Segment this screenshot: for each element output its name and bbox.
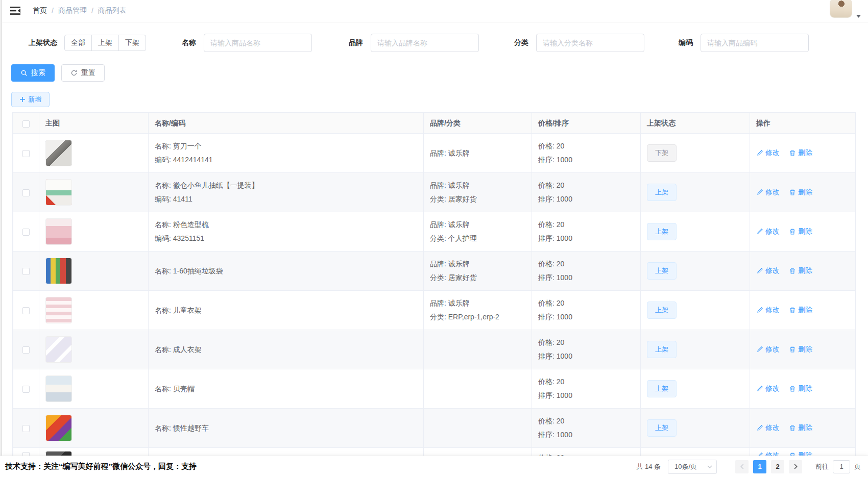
column-header-name-code: 名称/编码 [149, 113, 424, 134]
sort-line: 排序: 1000 [538, 310, 634, 324]
user-menu[interactable] [830, 0, 861, 20]
row-checkbox[interactable] [22, 386, 30, 393]
page-button-2[interactable]: 2 [771, 460, 784, 473]
table-row: 名称: 徽仓小鱼儿抽纸【一提装】 编码: 41411 品牌: 诚乐牌 分类: 居… [13, 173, 856, 212]
search-button[interactable]: 搜索 [11, 64, 55, 82]
category-filter-input[interactable] [536, 34, 644, 52]
page-footer: 技术支持：关注“编写美好前程”微信公众号，回复：支持 共 14 条 10条/页 … [0, 456, 868, 477]
delete-icon [789, 228, 796, 235]
status-badge[interactable]: 上架 [647, 302, 677, 319]
row-checkbox[interactable] [22, 307, 30, 314]
edit-icon [756, 228, 763, 235]
delete-link[interactable]: 删除 [789, 266, 812, 275]
product-brand: 诚乐牌 [448, 260, 470, 268]
delete-icon [789, 149, 796, 157]
status-filter-all[interactable]: 全部 [64, 35, 92, 51]
price-line: 价格: 20 [538, 179, 634, 192]
breadcrumb-product-management[interactable]: 商品管理 [58, 6, 87, 15]
row-checkbox[interactable] [22, 346, 30, 354]
edit-link[interactable]: 修改 [756, 384, 780, 393]
brand-filter-input[interactable] [371, 34, 479, 52]
product-name: 儿童衣架 [173, 306, 202, 314]
breadcrumb-home[interactable]: 首页 [33, 6, 47, 15]
status-badge[interactable]: 上架 [647, 380, 677, 397]
status-badge[interactable]: 上架 [647, 223, 677, 240]
page-size-select[interactable]: 10条/页 [668, 460, 717, 474]
avatar[interactable] [830, 0, 852, 18]
brand-line: 品牌: 诚乐牌 [430, 146, 525, 160]
product-name: 贝壳帽 [173, 385, 195, 393]
delete-link[interactable]: 删除 [789, 306, 812, 315]
prev-page-button[interactable] [735, 460, 749, 473]
status-filter-off[interactable]: 下架 [118, 35, 146, 51]
code-line: 编码: 43251151 [155, 232, 417, 245]
reset-button[interactable]: 重置 [61, 64, 105, 82]
caret-down-icon[interactable] [856, 11, 861, 20]
table-row: 名称: 剪刀一个 编码: 4412414141 品牌: 诚乐牌 分类: 价格: … [13, 134, 856, 173]
select-all-checkbox[interactable] [22, 120, 30, 128]
name-filter-label: 名称 [182, 38, 196, 47]
edit-link[interactable]: 修改 [756, 227, 780, 236]
row-checkbox[interactable] [22, 150, 30, 157]
status-filter-on[interactable]: 上架 [91, 35, 119, 51]
status-badge[interactable]: 上架 [647, 341, 677, 358]
name-filter-input[interactable] [204, 34, 312, 52]
status-badge[interactable]: 上架 [647, 184, 677, 201]
edit-link[interactable]: 修改 [756, 148, 780, 158]
product-list-page: 首页 / 商品管理 / 商品列表 上架状态 全部 上架 下架 名称 品牌 分类 … [0, 0, 868, 477]
product-name: 1-60抽绳垃圾袋 [173, 267, 223, 275]
delete-link[interactable]: 删除 [789, 345, 812, 354]
column-header-brand-category: 品牌/分类 [424, 113, 532, 134]
brand-filter-label: 品牌 [349, 38, 363, 47]
edit-link[interactable]: 修改 [756, 423, 780, 433]
name-line: 名称: 惯性越野车 [155, 421, 417, 435]
delete-link[interactable]: 删除 [789, 188, 812, 197]
product-price: 20 [557, 220, 565, 229]
goto-label: 前往 [815, 462, 829, 471]
row-checkbox[interactable] [22, 425, 30, 432]
product-thumbnail [45, 258, 72, 284]
column-header-status: 上架状态 [641, 113, 750, 134]
code-filter-label: 编码 [679, 38, 693, 47]
sort-line: 排序: 1000 [538, 389, 634, 403]
goto-page-input[interactable] [833, 460, 850, 473]
edit-link[interactable]: 修改 [756, 266, 780, 275]
page-button-1[interactable]: 1 [753, 460, 766, 473]
row-checkbox[interactable] [22, 189, 30, 196]
product-brand: 诚乐牌 [448, 149, 470, 157]
edit-link[interactable]: 修改 [756, 306, 780, 315]
price-line: 价格: 20 [538, 336, 634, 349]
breadcrumb-separator: / [91, 7, 93, 15]
delete-link[interactable]: 删除 [789, 423, 812, 433]
breadcrumb: 首页 / 商品管理 / 商品列表 [33, 6, 127, 15]
edit-link[interactable]: 修改 [756, 345, 780, 354]
chevron-down-icon [707, 465, 712, 468]
edit-icon [756, 346, 763, 353]
product-sort: 1000 [557, 431, 572, 439]
product-category: 居家好货 [448, 195, 477, 203]
table-row: 名称: 贝壳帽 编码: 品牌: 分类: 价格: 20 排序 [13, 369, 856, 409]
row-checkbox[interactable] [22, 268, 30, 275]
status-badge[interactable]: 上架 [647, 262, 677, 280]
delete-link[interactable]: 删除 [789, 148, 812, 158]
status-badge[interactable]: 上架 [647, 419, 677, 437]
chevron-left-icon [740, 464, 744, 469]
status-filter-label: 上架状态 [29, 38, 57, 47]
plus-icon [19, 96, 26, 103]
edit-icon [756, 424, 763, 432]
breadcrumb-separator: / [52, 7, 54, 15]
next-page-button[interactable] [789, 460, 802, 473]
delete-link[interactable]: 删除 [789, 227, 812, 236]
column-header-actions: 操作 [750, 113, 856, 134]
status-badge[interactable]: 下架 [647, 144, 677, 162]
add-button[interactable]: 新增 [11, 92, 50, 107]
name-line: 名称: 徽仓小鱼儿抽纸【一提装】 [155, 179, 417, 192]
edit-link[interactable]: 修改 [756, 188, 780, 197]
row-checkbox[interactable] [22, 229, 30, 236]
code-filter-input[interactable] [701, 34, 809, 52]
delete-link[interactable]: 删除 [789, 384, 812, 393]
product-brand: 诚乐牌 [448, 181, 470, 189]
product-price: 20 [557, 299, 565, 307]
sidebar-fold-icon[interactable] [10, 6, 20, 15]
price-line: 价格: 20 [538, 257, 634, 271]
